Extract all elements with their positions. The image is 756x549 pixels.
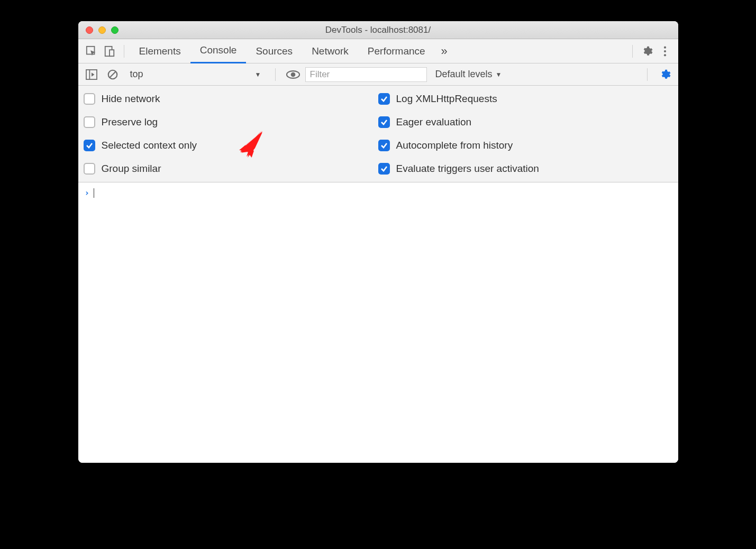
close-window-button[interactable]	[86, 26, 93, 34]
live-expression-icon[interactable]	[284, 66, 302, 84]
checkbox-label: Evaluate triggers user activation	[396, 163, 539, 175]
checkbox-preserve-log[interactable]: Preserve log	[84, 116, 378, 128]
chevron-down-icon: ▼	[496, 71, 502, 78]
checkbox-icon	[378, 140, 390, 151]
tab-label: Sources	[256, 45, 293, 57]
traffic-lights	[78, 26, 119, 34]
checkbox-icon	[84, 163, 95, 175]
svg-rect-2	[110, 50, 114, 56]
svg-point-3	[663, 46, 666, 48]
checkbox-selected-context-only[interactable]: Selected context only	[84, 140, 378, 151]
checkbox-icon	[84, 116, 95, 128]
divider	[275, 68, 276, 81]
checkbox-group-similar[interactable]: Group similar	[84, 163, 378, 175]
tab-sources[interactable]: Sources	[246, 39, 302, 63]
tab-label: Network	[312, 45, 349, 57]
checkbox-icon	[84, 140, 95, 151]
divider	[647, 68, 648, 81]
checkbox-label: Autocomplete from history	[396, 140, 513, 151]
levels-label: Default levels	[435, 69, 493, 80]
checkbox-autocomplete-history[interactable]: Autocomplete from history	[378, 140, 673, 151]
tab-label: Console	[200, 44, 237, 56]
checkbox-label: Selected context only	[102, 140, 197, 151]
tab-overflow-button[interactable]: »	[435, 44, 454, 58]
clear-console-icon[interactable]	[104, 66, 122, 84]
checkbox-label: Log XMLHttpRequests	[396, 93, 497, 105]
checkbox-label: Hide network	[102, 93, 160, 105]
tab-network[interactable]: Network	[302, 39, 358, 63]
console-prompt[interactable]: ›	[85, 188, 672, 198]
checkbox-icon	[378, 116, 390, 128]
main-tabbar: Elements Console Sources Network Perform…	[78, 39, 678, 63]
context-selector[interactable]: top ▼	[125, 67, 267, 83]
console-settings-panel: Hide network Log XMLHttpRequests Preserv…	[78, 86, 678, 182]
chevron-down-icon: ▼	[255, 71, 261, 78]
zoom-window-button[interactable]	[111, 26, 119, 34]
minimize-window-button[interactable]	[98, 26, 106, 34]
log-levels-selector[interactable]: Default levels ▼	[430, 69, 507, 80]
checkbox-eager-eval[interactable]: Eager evaluation	[378, 116, 673, 128]
checkbox-icon	[378, 93, 390, 105]
checkbox-evaluate-user-activation[interactable]: Evaluate triggers user activation	[378, 163, 673, 175]
tab-console[interactable]: Console	[190, 39, 247, 63]
tab-elements[interactable]: Elements	[130, 39, 190, 63]
svg-point-5	[663, 54, 666, 56]
svg-line-9	[110, 71, 115, 77]
divider	[124, 45, 124, 58]
checkbox-label: Group similar	[102, 163, 161, 175]
divider	[632, 45, 633, 58]
filter-input[interactable]	[305, 67, 427, 82]
tab-label: Performance	[368, 45, 425, 57]
settings-icon[interactable]	[638, 42, 656, 60]
checkbox-label: Eager evaluation	[396, 116, 472, 128]
checkbox-hide-network[interactable]: Hide network	[84, 93, 378, 105]
console-sidebar-toggle-icon[interactable]	[83, 66, 101, 84]
checkbox-label: Preserve log	[102, 116, 158, 128]
titlebar: DevTools - localhost:8081/	[78, 21, 678, 39]
tab-performance[interactable]: Performance	[358, 39, 435, 63]
console-toolbar: top ▼ Default levels ▼	[78, 63, 678, 86]
checkbox-log-xhr[interactable]: Log XMLHttpRequests	[378, 93, 673, 105]
console-output[interactable]: ›	[78, 182, 678, 463]
checkbox-icon	[378, 163, 390, 175]
devtools-window: DevTools - localhost:8081/ Elements Cons…	[78, 21, 678, 463]
text-caret	[94, 188, 94, 198]
console-settings-icon[interactable]	[656, 66, 674, 84]
more-options-icon[interactable]	[656, 42, 674, 60]
inspect-element-icon[interactable]	[83, 42, 101, 60]
tab-label: Elements	[139, 45, 181, 57]
device-toolbar-icon[interactable]	[101, 42, 119, 60]
svg-point-11	[290, 72, 295, 77]
checkbox-icon	[84, 93, 95, 105]
context-value: top	[130, 69, 143, 80]
svg-point-4	[663, 50, 666, 52]
window-title: DevTools - localhost:8081/	[78, 25, 678, 35]
chevron-right-icon: ›	[85, 188, 90, 198]
